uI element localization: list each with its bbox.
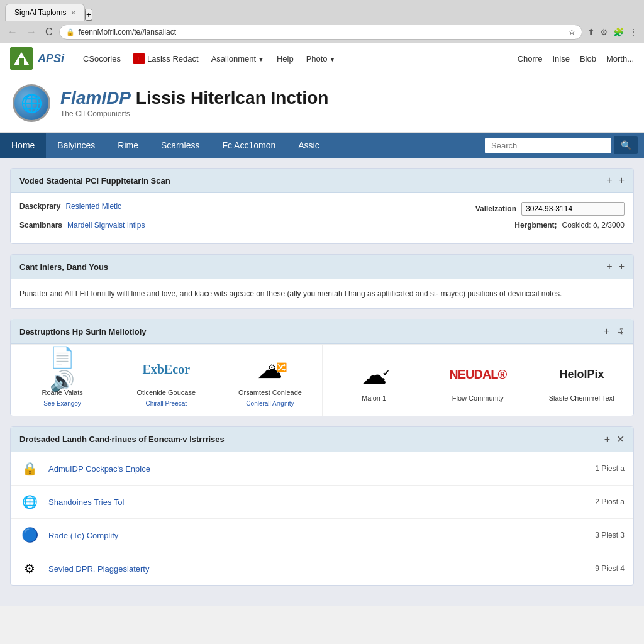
tab-close-btn[interactable]: × [72, 9, 75, 16]
new-tab-btn[interactable]: + [85, 9, 92, 21]
refresh-btn[interactable]: C [43, 25, 55, 39]
nav-balyinces[interactable]: Balyinces [46, 133, 106, 158]
site-header: 🌐 FlamIDP Lissis Hiterlcan Inction The C… [0, 74, 644, 133]
helolpix-text: HelolPix [559, 368, 604, 381]
site-subtitle: The CII Compunierts [60, 109, 328, 118]
field-val-right: Vallelzation [475, 202, 625, 216]
action-blob[interactable]: Blob [580, 54, 596, 64]
nav-fcacc1omon[interactable]: Fc Acc1omon [211, 133, 287, 158]
logo-icon [10, 47, 33, 70]
main-content: Voded Stadental PCI Fuppitetarin Scan + … [0, 158, 644, 606]
logo-cell-helolpix: HelolPix Slaste Chemirrel Text [530, 345, 633, 416]
value-dasckprary[interactable]: Resiented Mletic [65, 202, 121, 211]
list-item-1: 🔒 AdmuIDP Cockpac's Enpice 1 Piest a [11, 452, 633, 486]
logo-text: APSi [38, 52, 64, 65]
field-scamibnars: Scamibnars Mardell Signvalst Intips [19, 221, 145, 230]
browser-tab[interactable]: SignAl Taploms × [5, 4, 85, 21]
print-btn[interactable]: 🖨 [616, 326, 625, 336]
exbecor-name: Oticenide Goucase [136, 389, 196, 396]
nav-csocoties[interactable]: CSocories [83, 54, 121, 64]
form-row-1: Dasckprary Resiented Mletic Vallelzation [19, 202, 625, 216]
app-bar: APSi CSocories L Lasiss Redact Asalionme… [0, 43, 644, 74]
site-title-post: Lissis Hiterlcan Inction [131, 88, 328, 108]
value-hergbment: Coskicd: ó, 2/3000 [562, 221, 625, 230]
card-drotsaded-close[interactable]: ✕ [616, 433, 625, 445]
orsamtest-sub[interactable]: Conlerall Arrgnity [246, 400, 294, 407]
app-actions: Chorre Inise Blob Morth... [518, 54, 634, 64]
helolpix-name: Slaste Chemirrel Text [549, 394, 614, 402]
label-dasckprary: Dasckprary [19, 202, 60, 211]
nav-asalionment[interactable]: Asalionment [211, 54, 264, 64]
globe-icon-2: 🌐 [19, 492, 40, 512]
nav-lasiss[interactable]: L Lasiss Redact [133, 53, 199, 64]
card-voded-plus1[interactable]: + [606, 175, 612, 186]
label-vallelzation: Vallelzation [475, 204, 516, 213]
lock-icon-1: 🔒 [19, 458, 40, 479]
menu-icon[interactable]: ⋮ [628, 26, 639, 38]
logo-grid: 📄🔊 Roane Valats See Exangoy ExbEcor Otic… [11, 344, 633, 416]
card-voded-title: Voded Stadental PCI Fuppitetarin Scan [19, 176, 170, 186]
logo-cell-roane: 📄🔊 Roane Valats See Exangoy [11, 345, 114, 416]
action-chorre[interactable]: Chorre [518, 54, 543, 64]
neudal-text: NEUDAL® [449, 367, 506, 382]
forward-btn[interactable]: → [24, 25, 39, 39]
browser-toolbar: ← → C 🔒 feennMofrii.com/te//lansallact ☆… [0, 21, 644, 43]
cloud-gear-icon: ☁ ⚙🔀 [248, 353, 292, 385]
back-btn[interactable]: ← [5, 25, 20, 39]
nav-home[interactable]: Home [0, 133, 46, 158]
list-link-4[interactable]: Sevied DPR, Plaggeslaterty [48, 564, 586, 574]
logo-cell-neudal: NEUDAL® Flow Community [426, 345, 530, 416]
card-cant-plus1[interactable]: + [606, 261, 612, 272]
bookmark-icon[interactable]: ⬆ [586, 26, 596, 38]
card-destructions-plus[interactable]: + [604, 326, 609, 337]
nav-rime[interactable]: Rime [106, 133, 150, 158]
exbecor-text: ExbEcor [142, 362, 190, 377]
app-logo: APSi [10, 47, 64, 70]
card-cant-plus2[interactable]: + [619, 261, 625, 272]
card-voded-actions: + + [606, 175, 625, 186]
malon-name: Malon 1 [362, 394, 386, 402]
nav-help[interactable]: Help [277, 54, 294, 64]
nav-assic[interactable]: Assic [287, 133, 330, 158]
logo-cell-exbecor: ExbEcor Oticenide Goucase Chirall Preeca… [114, 345, 218, 416]
list-link-2[interactable]: Shandoines Tries Tol [48, 497, 586, 507]
action-morth[interactable]: Morth... [606, 54, 634, 64]
nav-photo[interactable]: Photo [306, 54, 336, 64]
card-drotsaded: Drotsaded Landh Cand·rinues of Eoncam·v … [10, 426, 634, 586]
field-vallelzation: Vallelzation [475, 202, 625, 216]
input-vallelzation[interactable] [521, 202, 625, 216]
list-meta-4: 9 Piest 4 [595, 564, 625, 573]
list-link-1[interactable]: AdmuIDP Cockpac's Enpice [48, 464, 586, 474]
card-destructions-actions: + 🖨 [604, 326, 625, 337]
search-input[interactable] [485, 138, 611, 153]
list-item-2: 🌐 Shandoines Tries Tol 2 Piost a [11, 486, 633, 519]
settings-icon[interactable]: ⚙ [599, 26, 609, 38]
value-scamibnars[interactable]: Mardell Signvalst Intips [67, 221, 145, 230]
star-icon: ☆ [569, 28, 575, 36]
search-button[interactable]: 🔍 [614, 136, 638, 154]
roane-name: Roane Valats [42, 389, 82, 396]
circle-icon-3: 🔵 [19, 525, 40, 545]
card-cant-header: Cant Inlers, Dand Yous + + [11, 255, 633, 279]
site-title-block: FlamIDP Lissis Hiterlcan Inction The CII… [60, 88, 328, 118]
site-title: FlamIDP Lissis Hiterlcan Inction [60, 88, 328, 108]
card-destruptions-header: Destruptions Hp Surin Meliotioly + 🖨 [11, 319, 633, 344]
card-drotsaded-actions: + ✕ [604, 433, 625, 445]
card-voded-header: Voded Stadental PCI Fuppitetarin Scan + … [11, 169, 633, 193]
extensions-icon[interactable]: 🧩 [612, 26, 625, 38]
site-title-pre: FlamIDP [60, 88, 131, 108]
card-cant: Cant Inlers, Dand Yous + + Punatter and … [10, 254, 634, 309]
list-meta-3: 3 Piest 3 [595, 531, 625, 540]
nav-scarnless[interactable]: Scarnless [150, 133, 211, 158]
action-inise[interactable]: Inise [552, 54, 569, 64]
site-globe-logo: 🌐 [13, 84, 50, 122]
list-meta-2: 2 Piost a [595, 497, 625, 506]
card-voded: Voded Stadental PCI Fuppitetarin Scan + … [10, 168, 634, 244]
card-voded-plus2[interactable]: + [619, 175, 625, 186]
form-row-2: Scamibnars Mardell Signvalst Intips Herg… [19, 221, 625, 230]
card-voded-body: Dasckprary Resiented Mletic Vallelzation… [11, 193, 633, 243]
list-link-3[interactable]: Rade (Te) Complity [48, 531, 586, 540]
exbecor-logo: ExbEcor [144, 353, 188, 385]
card-drotsaded-plus[interactable]: + [604, 434, 610, 445]
roane-sub: See Exangoy [43, 400, 81, 407]
